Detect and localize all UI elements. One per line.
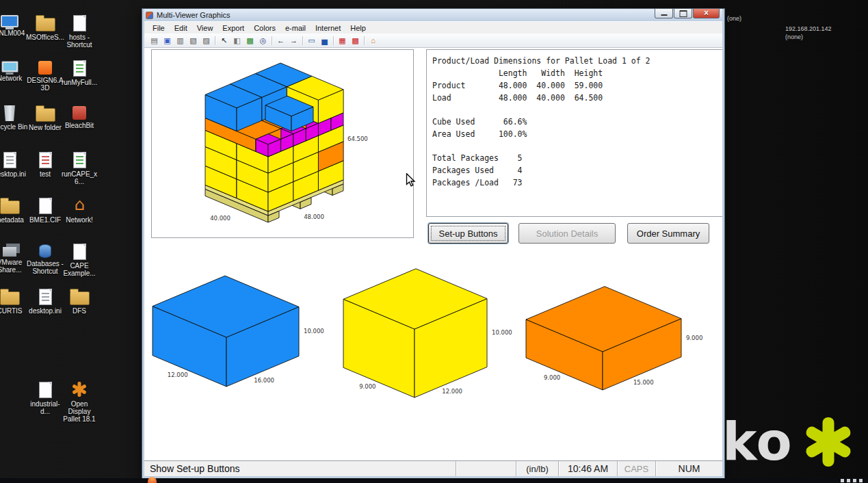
desktop-icon-label: BME1.CIF (26, 216, 64, 224)
desktop-icon[interactable]: VMware Share... (0, 242, 29, 274)
document-file-icon (39, 198, 52, 214)
desktop-icon-label: CAPE Example... (60, 262, 98, 277)
menu-email[interactable]: e-mail (280, 23, 311, 33)
desktop-icon[interactable]: CAPE Example... (60, 242, 98, 277)
close-button[interactable] (693, 9, 720, 18)
desktop-icon-label: desktop.ini (26, 307, 64, 315)
info-row-product: Product 48.000 40.000 59.000 (432, 79, 722, 92)
desktop-icon[interactable]: Databases - Shortcut (26, 242, 64, 275)
desktop-icon-label: VMware Share... (0, 259, 29, 274)
dimension-label: 16.000 (254, 377, 274, 384)
desktop-icon[interactable]: BleachBit (60, 104, 98, 129)
statusbar: Show Set-up Buttons (in/lb) 10:46 AM CAP… (144, 460, 722, 476)
text-file-icon (39, 152, 52, 168)
vmware-shared-folder-icon (3, 247, 16, 257)
page-setup-icon[interactable]: ▨ (200, 34, 213, 47)
remote-ip: 192.168.201.142 (785, 25, 832, 33)
count-total-packages: Total Packages 5 (432, 152, 722, 164)
info-title: Product/Load Dimensions for Pallet Load … (432, 55, 722, 67)
menu-colors[interactable]: Colors (249, 23, 280, 33)
menu-internet[interactable]: Internet (311, 23, 345, 33)
menu-file[interactable]: File (148, 23, 170, 33)
toolbar-separator (302, 36, 303, 45)
load-length: 48.000 (494, 92, 527, 104)
desktop-icon[interactable]: BME1.CIF (26, 196, 64, 224)
home-icon[interactable]: ⌂ (367, 34, 380, 47)
image-icon[interactable]: ▩ (244, 34, 257, 47)
desktop-icon-label: Network! (60, 216, 98, 224)
back-icon[interactable]: ← (274, 34, 287, 47)
col-header-length: Length (494, 67, 527, 79)
menu-view[interactable]: View (192, 23, 218, 33)
pallet-load-3d-view: 40.00048.00064.500 (152, 50, 413, 237)
maximize-button[interactable] (674, 9, 692, 18)
pointer-icon[interactable]: ↖ (218, 34, 231, 47)
report-grid2-icon[interactable]: ▩ (349, 34, 362, 47)
dimension-label: 40.000 (210, 215, 231, 222)
menu-help[interactable]: Help (345, 23, 371, 33)
folder-icon (0, 291, 20, 305)
shortcut-file-icon (73, 15, 86, 31)
dimension-label: 9.000 (359, 383, 376, 390)
desktop-icon[interactable]: test (26, 151, 64, 178)
save-icon[interactable]: ▣ (161, 34, 174, 47)
desktop-icon[interactable]: desktop.ini (26, 287, 64, 315)
dimension-label: 10.000 (492, 329, 512, 336)
desktop-icon[interactable]: industrial-d... (26, 380, 64, 415)
esko-logo: ko (722, 416, 853, 468)
desktop-icon-label: runMyFull... (60, 79, 98, 86)
new-file-icon[interactable]: ▤ (148, 34, 161, 47)
titlebar[interactable]: Multi-Viewer Graphics (144, 9, 722, 21)
zoom-icon[interactable]: ◎ (257, 34, 269, 47)
desktop-icon[interactable]: hosts - Shortcut (60, 14, 98, 49)
pallet-viewer-panel: 40.00048.00064.500 (151, 49, 414, 238)
forward-icon[interactable]: → (287, 34, 300, 47)
esko-logo-letters: ko (722, 416, 793, 468)
desktop-icon[interactable]: metadata (0, 196, 29, 224)
desktop-icon-label: test (26, 170, 64, 178)
label-icon[interactable]: ◧ (231, 34, 244, 47)
report-grid-icon[interactable]: ▦ (336, 34, 349, 47)
desktop-icon-label: Open Display Pallet 18.1 (60, 400, 98, 423)
dimension-label: 9.000 (686, 335, 702, 341)
order-summary-button[interactable]: Order Summary (627, 223, 709, 244)
taskbar[interactable] (0, 478, 868, 483)
system-tray[interactable] (841, 479, 863, 482)
desktop-icon[interactable]: ANLM004 (0, 14, 29, 37)
stat-area-used: Area Used 100.0% (432, 128, 722, 140)
desktop-icon[interactable]: MSOfficeS... (26, 14, 64, 41)
script-file-icon (73, 60, 86, 77)
print-icon[interactable]: ▥ (174, 34, 187, 47)
menu-export[interactable]: Export (218, 23, 249, 33)
desktop-icon[interactable]: Open Display Pallet 18.1 (60, 380, 98, 423)
toolbar-separator (333, 36, 334, 45)
desktop-icon[interactable]: Recycle Bin (0, 104, 29, 131)
desktop-icon-label: DFS (60, 307, 98, 315)
desktop-icon[interactable]: CURTIS (0, 287, 29, 315)
home-network-icon: ⌂ (70, 196, 89, 214)
desktop-icon[interactable]: DFS (60, 287, 98, 315)
desktop-icon[interactable]: DESIGN6.A3D (26, 59, 64, 92)
print-preview-icon[interactable]: ▧ (187, 34, 200, 47)
setup-buttons-button[interactable]: Set-up Buttons (428, 223, 508, 244)
config-file-icon (39, 289, 52, 305)
desktop-icon[interactable]: Network (0, 59, 29, 82)
desktop-icon[interactable]: desktop.ini (0, 151, 29, 178)
chart-icon[interactable]: ▅ (318, 34, 331, 47)
status-blank-cell (456, 461, 516, 476)
desktop-icon[interactable]: ⌂Network! (60, 196, 98, 224)
desktop-icon-label: MSOfficeS... (26, 34, 64, 41)
menu-edit[interactable]: Edit (170, 23, 192, 33)
dimension-label: 9.000 (544, 374, 560, 381)
database-icon (39, 244, 51, 258)
dimensions-icon[interactable]: ▭ (305, 34, 318, 47)
desktop-icon[interactable]: runCAPE_x6... (60, 151, 98, 185)
desktop-icon[interactable]: New folder (26, 104, 64, 131)
desktop-icon[interactable]: runMyFull... (60, 59, 98, 86)
product-length: 48.000 (494, 79, 527, 92)
desktop-icon-label: Network (0, 75, 29, 82)
taskbar-app-icon[interactable] (148, 477, 157, 483)
status-time: 10:46 AM (558, 461, 617, 476)
solution-details-button[interactable]: Solution Details (518, 223, 616, 244)
minimize-button[interactable] (655, 9, 673, 18)
